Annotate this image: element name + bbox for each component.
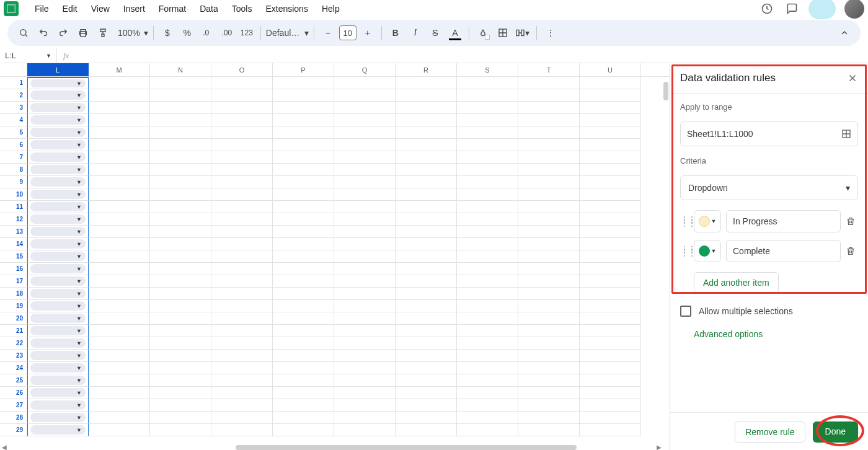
- cell[interactable]: [334, 77, 396, 89]
- column-header-R[interactable]: R: [396, 63, 457, 76]
- cell[interactable]: [334, 424, 396, 436]
- cell[interactable]: [580, 176, 641, 188]
- more-tools-button[interactable]: ⋮: [542, 24, 559, 42]
- cell[interactable]: [89, 114, 150, 126]
- cell[interactable]: ▼: [27, 300, 89, 312]
- criteria-dropdown[interactable]: Dropdown ▾: [680, 175, 858, 200]
- cell[interactable]: [211, 102, 273, 114]
- cell[interactable]: [150, 213, 211, 226]
- cell[interactable]: [334, 176, 396, 188]
- cell[interactable]: [273, 399, 334, 412]
- cell[interactable]: [518, 238, 580, 250]
- cell[interactable]: [150, 412, 211, 424]
- cell[interactable]: [89, 176, 150, 188]
- dropdown-chip[interactable]: ▼: [30, 301, 86, 311]
- cell[interactable]: [457, 139, 518, 151]
- cell[interactable]: [396, 337, 457, 350]
- cell[interactable]: [457, 374, 518, 387]
- dropdown-chip[interactable]: ▼: [30, 276, 86, 286]
- cell[interactable]: [89, 362, 150, 374]
- cell[interactable]: [211, 399, 273, 412]
- cell[interactable]: [89, 350, 150, 362]
- cell[interactable]: [334, 350, 396, 362]
- cell[interactable]: ▼: [27, 362, 89, 374]
- redo-icon[interactable]: [55, 24, 72, 42]
- column-header-L[interactable]: L: [27, 63, 89, 76]
- cell[interactable]: ▼: [27, 226, 89, 238]
- cell[interactable]: ▼: [27, 350, 89, 362]
- cell[interactable]: [457, 126, 518, 139]
- cell[interactable]: [89, 201, 150, 213]
- cell[interactable]: [273, 412, 334, 424]
- column-header-T[interactable]: T: [518, 63, 580, 76]
- cell[interactable]: [89, 238, 150, 250]
- cell[interactable]: ▼: [27, 77, 89, 89]
- cell[interactable]: [211, 176, 273, 188]
- dropdown-chip[interactable]: ▼: [30, 326, 86, 335]
- font-size-input[interactable]: 10: [339, 25, 356, 40]
- cell[interactable]: [211, 374, 273, 387]
- cell[interactable]: [150, 89, 211, 102]
- delete-option-icon[interactable]: [846, 246, 858, 256]
- cell[interactable]: [518, 188, 580, 201]
- row-header[interactable]: 9: [0, 176, 27, 188]
- name-box[interactable]: L:L▼: [0, 48, 57, 63]
- cell[interactable]: [518, 126, 580, 139]
- cell[interactable]: [211, 288, 273, 300]
- row-header[interactable]: 1: [0, 77, 27, 89]
- cell[interactable]: [580, 362, 641, 374]
- cell[interactable]: [457, 300, 518, 312]
- cell[interactable]: [457, 412, 518, 424]
- cell[interactable]: [150, 250, 211, 263]
- cell[interactable]: [334, 337, 396, 350]
- cell[interactable]: [89, 337, 150, 350]
- row-header[interactable]: 22: [0, 337, 27, 350]
- option-value-input[interactable]: In Progress: [726, 210, 841, 232]
- cell[interactable]: [334, 213, 396, 226]
- select-all-corner[interactable]: [0, 63, 27, 76]
- dropdown-chip[interactable]: ▼: [30, 376, 86, 385]
- dropdown-chip[interactable]: ▼: [30, 115, 86, 125]
- cell[interactable]: [396, 250, 457, 263]
- cell[interactable]: [457, 89, 518, 102]
- row-header[interactable]: 5: [0, 126, 27, 139]
- menu-extensions[interactable]: Extensions: [259, 1, 314, 16]
- cell[interactable]: [89, 226, 150, 238]
- strikethrough-button[interactable]: S: [427, 24, 444, 42]
- dropdown-chip[interactable]: ▼: [30, 177, 86, 187]
- cell[interactable]: [211, 151, 273, 164]
- row-header[interactable]: 17: [0, 275, 27, 288]
- cell[interactable]: [211, 164, 273, 176]
- cell[interactable]: ▼: [27, 399, 89, 412]
- cell[interactable]: [580, 188, 641, 201]
- cell[interactable]: [580, 102, 641, 114]
- allow-multiple-checkbox[interactable]: [680, 306, 691, 317]
- dropdown-chip[interactable]: ▼: [30, 252, 86, 261]
- cell[interactable]: [518, 362, 580, 374]
- cell[interactable]: [457, 312, 518, 325]
- cell[interactable]: [334, 263, 396, 275]
- cell[interactable]: [211, 424, 273, 436]
- cell[interactable]: [211, 226, 273, 238]
- share-button[interactable]: [808, 0, 836, 19]
- column-header-U[interactable]: U: [580, 63, 641, 76]
- cell[interactable]: [150, 176, 211, 188]
- cell[interactable]: ▼: [27, 325, 89, 337]
- cell[interactable]: [89, 164, 150, 176]
- row-header[interactable]: 10: [0, 188, 27, 201]
- cell[interactable]: [273, 288, 334, 300]
- option-color-button[interactable]: ▼: [694, 240, 721, 262]
- print-icon[interactable]: [74, 24, 92, 42]
- dropdown-chip[interactable]: ▼: [30, 314, 86, 323]
- cell[interactable]: [518, 114, 580, 126]
- cell[interactable]: [211, 77, 273, 89]
- dropdown-chip[interactable]: ▼: [30, 227, 86, 236]
- decrease-font-button[interactable]: −: [319, 24, 337, 42]
- cell[interactable]: [457, 263, 518, 275]
- cell[interactable]: [518, 288, 580, 300]
- dropdown-chip[interactable]: ▼: [30, 128, 86, 137]
- paint-format-icon[interactable]: [94, 24, 112, 42]
- cell[interactable]: ▼: [27, 387, 89, 399]
- cell[interactable]: ▼: [27, 126, 89, 139]
- cell[interactable]: [89, 325, 150, 337]
